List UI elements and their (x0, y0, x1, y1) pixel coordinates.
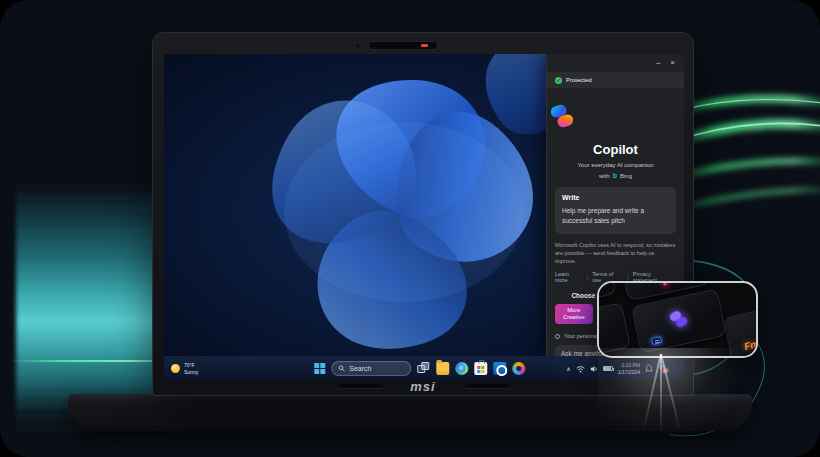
learn-more-link[interactable]: Learn more (555, 271, 583, 283)
protected-label: Protected (566, 77, 592, 83)
volume-icon[interactable] (590, 365, 598, 373)
msi-logo: msi (153, 379, 693, 393)
notification-bell-icon[interactable] (645, 364, 653, 373)
with-label: with (599, 173, 610, 179)
fn-key-label: Fn (743, 338, 758, 352)
outlook-icon[interactable] (493, 362, 506, 375)
taskbar-search[interactable]: Search (331, 361, 411, 376)
weather-widget[interactable]: 70°F Sunny (164, 362, 198, 375)
wifi-icon[interactable] (576, 365, 585, 373)
tray-time: 2:10 PM (618, 362, 640, 369)
suggestion-card[interactable]: Write Help me prepare and write a succes… (555, 187, 676, 234)
start-button[interactable] (314, 363, 325, 374)
hidden-icons-chevron[interactable]: ∧ (566, 365, 570, 372)
ambient-sensor (356, 44, 360, 48)
edge-browser-icon[interactable] (455, 362, 468, 375)
weather-condition: Sunny (184, 369, 198, 375)
style-tab-creative[interactable]: More Creative (555, 304, 593, 324)
tray-date: 1/17/2024 (618, 369, 640, 376)
microsoft-store-icon[interactable] (474, 362, 487, 375)
minimize-icon[interactable]: – (656, 59, 660, 67)
close-icon[interactable]: × (670, 59, 675, 67)
system-tray: ∧ 2:10 PM 1/17/2024 (566, 357, 670, 380)
copilot-taskbar-icon[interactable] (658, 363, 670, 375)
with-bing-row: with b Bing (547, 172, 684, 179)
photos-icon[interactable] (512, 362, 525, 375)
shield-check-icon: ✓ (555, 77, 562, 84)
bing-icon: b (613, 172, 617, 179)
copilot-logo (547, 101, 577, 131)
copilot-title: Copilot (547, 142, 684, 157)
windows-taskbar: 70°F Sunny Search (164, 356, 684, 380)
pink-backlight-glyph (663, 281, 671, 286)
laptop-base (68, 394, 752, 431)
webcam-module (368, 41, 438, 50)
protected-badge: ✓ Protected (547, 72, 684, 88)
key-led-icon (651, 336, 662, 345)
suggestion-body: Help me prepare and write a successful s… (562, 206, 669, 226)
task-view-button[interactable] (417, 362, 430, 375)
file-explorer-icon[interactable] (436, 362, 449, 375)
info-circle-icon (555, 334, 560, 339)
taskbar-clock[interactable]: 2:10 PM 1/17/2024 (618, 362, 640, 375)
webcam-privacy-led (421, 44, 428, 47)
keyboard-key (597, 302, 631, 358)
bing-label: Bing (620, 173, 632, 179)
search-placeholder: Search (349, 365, 371, 372)
search-icon (338, 365, 345, 372)
battery-icon[interactable] (603, 366, 613, 371)
copilot-subtitle: Your everyday AI companion (547, 162, 684, 168)
suggestion-heading: Write (562, 194, 669, 201)
copilot-key (631, 288, 727, 353)
sun-icon (171, 364, 180, 373)
marketing-canvas: 70°F Sunny Search (0, 0, 820, 457)
fn-key: Fn (723, 301, 758, 358)
ai-disclaimer: Microsoft Copilot uses AI to respond, so… (555, 241, 676, 266)
copilot-key-icon (666, 306, 692, 332)
panel-titlebar: – × (547, 54, 684, 72)
copilot-key-inset: Fn (597, 281, 758, 358)
